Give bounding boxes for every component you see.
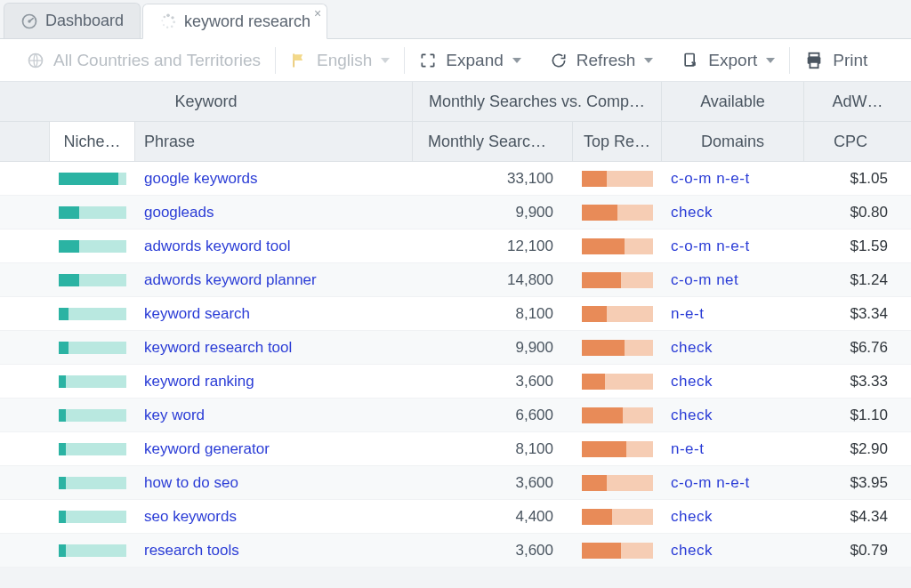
domains-link[interactable]: check (662, 399, 804, 431)
svg-point-4 (173, 20, 175, 23)
monthly-searches: 9,900 (413, 331, 573, 364)
row-handle (0, 297, 50, 330)
group-monthly[interactable]: Monthly Searches vs. Comp… (413, 82, 662, 121)
top-results-meter (573, 196, 662, 229)
table-row[interactable]: keyword search8,100n-e-t$3.34 (0, 297, 911, 331)
table-row[interactable]: keyword generator8,100n-e-t$2.90 (0, 432, 911, 466)
expand-label: Expand (446, 51, 503, 70)
domains-link[interactable]: check (662, 196, 804, 229)
export-button[interactable]: Export (667, 39, 789, 82)
domains-link[interactable]: c-o-m n-e-t (662, 466, 804, 499)
svg-rect-14 (810, 61, 818, 67)
domains-link[interactable]: n-e-t (662, 297, 804, 330)
col-domains[interactable]: Domains (662, 122, 804, 161)
cpc-value: $3.34 (804, 297, 911, 330)
print-button[interactable]: Print (790, 39, 882, 82)
niche-meter (50, 162, 135, 195)
svg-point-3 (171, 16, 173, 19)
tab-dashboard[interactable]: Dashboard (4, 3, 141, 38)
phrase-link[interactable]: adwords keyword tool (135, 230, 413, 262)
phrase-link[interactable]: keyword ranking (135, 365, 413, 398)
row-handle (0, 230, 50, 262)
col-handle (0, 122, 50, 161)
table-row[interactable]: adwords keyword planner14,800c-o-m net$1… (0, 263, 911, 297)
svg-point-5 (171, 26, 173, 28)
phrase-link[interactable]: keyword generator (135, 432, 413, 465)
table-row[interactable]: seo keywords4,400check$4.34 (0, 500, 911, 534)
niche-meter (50, 399, 135, 431)
country-selector[interactable]: All Countries and Territories (12, 39, 275, 82)
top-results-meter (573, 365, 662, 398)
table-row[interactable]: how to do seo3,600c-o-m n-e-t$3.95 (0, 466, 911, 500)
row-handle (0, 162, 50, 195)
print-icon (804, 51, 824, 70)
spinner-icon (159, 12, 177, 30)
domains-link[interactable]: check (662, 365, 804, 398)
close-icon[interactable]: × (314, 6, 321, 20)
phrase-link[interactable]: adwords keyword planner (135, 263, 413, 296)
group-available[interactable]: Available (662, 82, 804, 121)
top-results-meter (573, 534, 662, 567)
table-row[interactable]: keyword ranking3,600check$3.33 (0, 365, 911, 399)
chevron-down-icon (644, 58, 653, 63)
col-top-results[interactable]: Top Re… (573, 122, 662, 161)
monthly-searches: 8,100 (413, 432, 573, 465)
phrase-link[interactable]: keyword search (135, 297, 413, 330)
table-row[interactable]: key word6,600check$1.10 (0, 399, 911, 432)
domains-link[interactable]: check (662, 500, 804, 533)
phrase-link[interactable]: keyword research tool (135, 331, 413, 364)
domains-link[interactable]: c-o-m n-e-t (662, 230, 804, 262)
phrase-link[interactable]: key word (135, 399, 413, 431)
print-label: Print (833, 51, 867, 70)
niche-meter (50, 297, 135, 330)
cpc-value: $2.90 (804, 432, 911, 465)
row-handle (0, 365, 50, 398)
phrase-link[interactable]: googleads (135, 196, 413, 229)
col-phrase[interactable]: Phrase (135, 122, 413, 161)
col-niche[interactable]: Niche… (50, 122, 135, 161)
domains-link[interactable]: check (662, 534, 804, 567)
top-results-meter (573, 432, 662, 465)
refresh-button[interactable]: Refresh (536, 39, 668, 82)
table-row[interactable]: googleads9,900check$0.80 (0, 196, 911, 230)
top-results-meter (573, 162, 662, 195)
monthly-searches: 12,100 (413, 230, 573, 262)
tab-keyword-research[interactable]: keyword research × (142, 4, 327, 39)
phrase-link[interactable]: google keywords (135, 162, 413, 195)
niche-meter (50, 331, 135, 364)
monthly-searches: 8,100 (413, 297, 573, 330)
table-row[interactable]: adwords keyword tool12,100c-o-m n-e-t$1.… (0, 230, 911, 263)
phrase-link[interactable]: seo keywords (135, 500, 413, 533)
group-keyword[interactable]: Keyword (0, 82, 413, 121)
niche-meter (50, 230, 135, 262)
col-monthly-searches[interactable]: Monthly Searc… (413, 122, 573, 161)
svg-point-2 (166, 14, 170, 18)
phrase-link[interactable]: research tools (135, 534, 413, 567)
table-row[interactable]: google keywords33,100c-o-m n-e-t$1.05 (0, 162, 911, 196)
group-adwords[interactable]: AdW… (804, 82, 911, 121)
row-handle (0, 500, 50, 533)
expand-icon (419, 52, 437, 69)
domains-link[interactable]: c-o-m net (662, 263, 804, 296)
niche-meter (50, 196, 135, 229)
language-selector[interactable]: English (276, 39, 404, 82)
expand-button[interactable]: Expand (405, 39, 535, 82)
tab-label: keyword research (184, 12, 310, 31)
svg-point-9 (164, 16, 166, 19)
col-cpc[interactable]: CPC (804, 122, 911, 161)
country-label: All Countries and Territories (53, 51, 261, 70)
row-handle (0, 399, 50, 431)
domains-link[interactable]: check (662, 331, 804, 364)
svg-point-8 (161, 20, 163, 21)
table-row[interactable]: keyword research tool9,900check$6.76 (0, 331, 911, 365)
phrase-link[interactable]: how to do seo (135, 466, 413, 499)
monthly-searches: 4,400 (413, 500, 573, 533)
niche-meter (50, 432, 135, 465)
domains-link[interactable]: c-o-m n-e-t (662, 162, 804, 195)
cpc-value: $1.59 (804, 230, 911, 262)
table-row[interactable]: research tools3,600check$0.79 (0, 534, 911, 568)
domains-link[interactable]: n-e-t (662, 432, 804, 465)
refresh-icon (550, 52, 568, 69)
tab-label: Dashboard (45, 12, 124, 30)
monthly-searches: 33,100 (413, 162, 573, 195)
